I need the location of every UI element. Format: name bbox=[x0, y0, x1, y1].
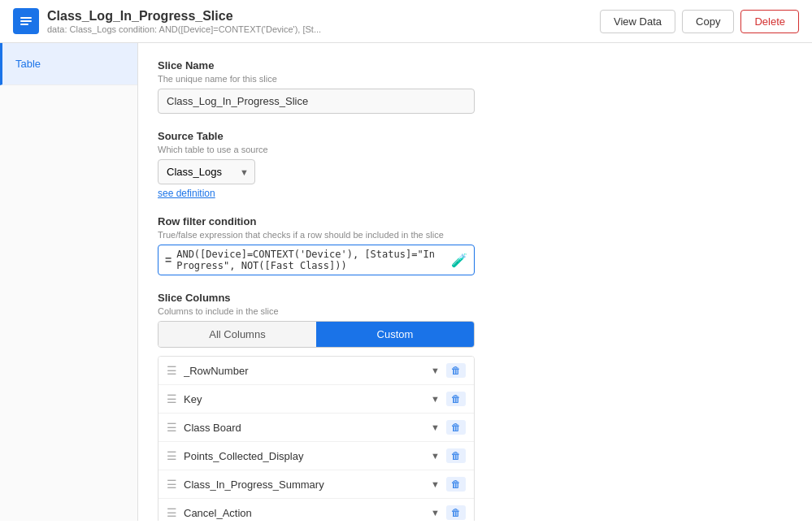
source-table-wrapper: Class_Logs ▼ bbox=[158, 159, 255, 184]
row-filter-label: Row filter condition bbox=[158, 215, 792, 227]
column-select-5[interactable]: Class_In_Progress_Summary bbox=[184, 479, 424, 491]
column-select-2[interactable]: Key bbox=[184, 393, 424, 405]
delete-col-6-button[interactable]: 🗑 bbox=[446, 505, 466, 520]
column-select-3[interactable]: Class Board bbox=[184, 422, 424, 434]
slice-name-hint: The unique name for this slice bbox=[158, 74, 792, 84]
chevron-down-icon: ▼ bbox=[431, 366, 440, 375]
table-row: ☰ Key ▼ 🗑 bbox=[158, 385, 474, 414]
slice-columns-label: Slice Columns bbox=[158, 292, 792, 304]
table-row: ☰ _RowNumber ▼ 🗑 bbox=[158, 357, 474, 385]
drag-handle-icon[interactable]: ☰ bbox=[167, 479, 177, 490]
drag-handle-icon[interactable]: ☰ bbox=[167, 422, 177, 433]
svg-rect-2 bbox=[20, 20, 32, 22]
columns-tabs: All Columns Custom bbox=[158, 321, 475, 348]
source-table-select[interactable]: Class_Logs bbox=[158, 159, 255, 184]
header-buttons: View Data Copy Delete bbox=[600, 10, 799, 33]
slice-columns-section: Slice Columns Columns to include in the … bbox=[158, 292, 792, 521]
delete-col-1-button[interactable]: 🗑 bbox=[446, 363, 466, 378]
sidebar-item-table[interactable]: Table bbox=[0, 43, 137, 85]
main-layout: Table Slice Name The unique name for thi… bbox=[0, 43, 812, 521]
svg-rect-1 bbox=[20, 17, 32, 19]
delete-col-3-button[interactable]: 🗑 bbox=[446, 420, 466, 435]
source-table-hint: Which table to use a source bbox=[158, 145, 792, 154]
filter-expression: AND([Device]=CONTEXT('Device'), [Status]… bbox=[176, 249, 446, 271]
columns-list: ☰ _RowNumber ▼ 🗑 ☰ Key ▼ 🗑 bbox=[158, 356, 475, 521]
chevron-down-icon: ▼ bbox=[431, 422, 440, 432]
chevron-down-icon: ▼ bbox=[431, 394, 440, 404]
drag-handle-icon[interactable]: ☰ bbox=[167, 393, 177, 405]
row-filter-hint: True/false expression that checks if a r… bbox=[158, 230, 792, 240]
app-icon bbox=[13, 8, 39, 34]
flask-icon[interactable]: 🧪 bbox=[451, 253, 467, 268]
source-table-section: Source Table Which table to use a source… bbox=[158, 130, 792, 199]
chevron-down-icon: ▼ bbox=[431, 479, 440, 489]
table-row: ☰ Points_Collected_Display ▼ 🗑 bbox=[158, 442, 474, 470]
drag-handle-icon[interactable]: ☰ bbox=[167, 365, 177, 376]
delete-col-4-button[interactable]: 🗑 bbox=[446, 448, 466, 463]
delete-col-2-button[interactable]: 🗑 bbox=[446, 392, 466, 406]
svg-rect-3 bbox=[20, 24, 28, 25]
source-table-label: Source Table bbox=[158, 130, 792, 142]
column-select-4[interactable]: Points_Collected_Display bbox=[184, 450, 424, 462]
sidebar: Table bbox=[0, 43, 138, 521]
header-info: Class_Log_In_Progress_Slice data: Class_… bbox=[47, 9, 321, 34]
column-select-6[interactable]: Cancel_Action bbox=[184, 507, 424, 519]
header-left: Class_Log_In_Progress_Slice data: Class_… bbox=[13, 8, 321, 34]
column-select-1[interactable]: _RowNumber bbox=[184, 365, 424, 377]
drag-handle-icon[interactable]: ☰ bbox=[167, 507, 177, 518]
chevron-down-icon: ▼ bbox=[431, 451, 440, 461]
delete-col-5-button[interactable]: 🗑 bbox=[446, 477, 466, 492]
view-data-button[interactable]: View Data bbox=[600, 10, 675, 33]
row-filter-section: Row filter condition True/false expressi… bbox=[158, 215, 792, 275]
slice-name-input[interactable] bbox=[158, 89, 475, 114]
drag-handle-icon[interactable]: ☰ bbox=[167, 450, 177, 461]
copy-button[interactable]: Copy bbox=[682, 10, 734, 33]
slice-columns-hint: Columns to include in the slice bbox=[158, 306, 792, 316]
slice-name-label: Slice Name bbox=[158, 59, 792, 71]
page-title: Class_Log_In_Progress_Slice bbox=[47, 9, 321, 24]
chevron-down-icon: ▼ bbox=[431, 508, 440, 518]
main-content: Slice Name The unique name for this slic… bbox=[138, 43, 812, 521]
table-row: ☰ Class_In_Progress_Summary ▼ 🗑 bbox=[158, 470, 474, 499]
delete-button[interactable]: Delete bbox=[740, 10, 799, 33]
slice-name-section: Slice Name The unique name for this slic… bbox=[158, 59, 792, 114]
see-definition-link[interactable]: see definition bbox=[158, 188, 215, 199]
filter-eq-symbol: = bbox=[165, 253, 172, 266]
header: Class_Log_In_Progress_Slice data: Class_… bbox=[0, 0, 812, 43]
tab-custom-columns[interactable]: Custom bbox=[316, 322, 474, 347]
tab-all-columns[interactable]: All Columns bbox=[158, 322, 316, 347]
page-subtitle: data: Class_Logs condition: AND([Device]… bbox=[47, 24, 321, 34]
table-row: ☰ Cancel_Action ▼ 🗑 bbox=[158, 499, 474, 521]
filter-box[interactable]: = AND([Device]=CONTEXT('Device'), [Statu… bbox=[158, 245, 475, 275]
table-row: ☰ Class Board ▼ 🗑 bbox=[158, 414, 474, 442]
